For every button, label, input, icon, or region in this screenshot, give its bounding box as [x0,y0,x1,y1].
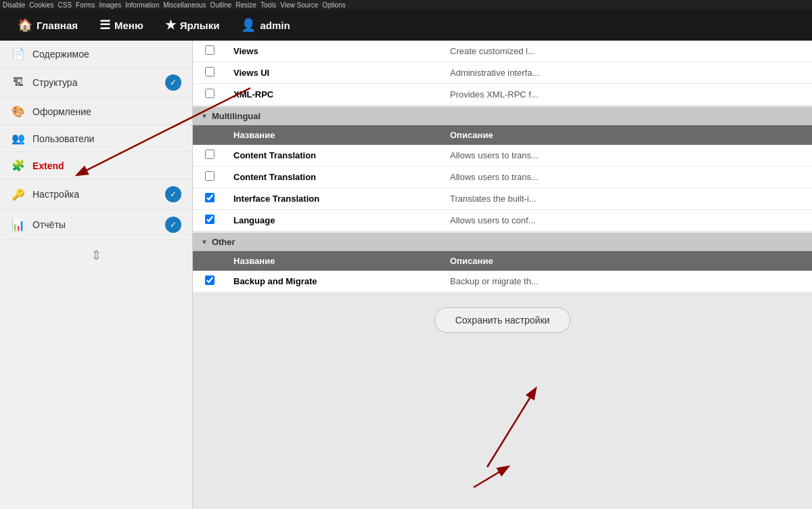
star-icon: ★ [165,18,176,32]
viewsui-desc: Administrative interfa... [443,62,812,84]
other-title: Other [212,237,235,247]
top-toolbar: Disable Cookies CSS Forms Images Informa… [0,0,812,9]
sidebar-label-extend: Extend [32,160,181,171]
contenttrans2-checkbox-cell [193,167,227,188]
contenttrans1-checkbox[interactable] [205,150,215,159]
interfacetrans-desc: Translates the built-i... [443,188,812,210]
interfacetrans-checkbox[interactable] [205,193,215,202]
nav-shortcuts-label: Ярлыки [180,20,220,31]
multilingual-header[interactable]: ▼ Multilingual [193,107,812,125]
table-row: Views Create customized l... [193,41,812,62]
table-row: Backup and Migrate Backup or migrate th.… [193,271,812,292]
structure-chevron: ✓ [165,74,181,91]
nav-home[interactable]: 🏠 Главная [7,9,89,41]
toolbar-images[interactable]: Images [99,1,121,9]
contenttrans1-checkbox-cell [193,145,227,167]
xmlrpc-name: XML-RPC [227,84,443,106]
toolbar-viewsource[interactable]: View Source [280,1,318,9]
multilingual-arrow: ▼ [201,112,208,120]
multilingual-col-desc: Описание [443,125,812,145]
nav-shortcuts[interactable]: ★ Ярлыки [154,9,231,41]
table-row: Interface Translation Translates the bui… [193,188,812,210]
sidebar-item-users[interactable]: 👥 Пользователи [0,125,192,152]
other-col-check [193,251,227,271]
sidebar-label-content: Содержимое [32,49,181,60]
views-checkbox-cell [193,41,227,62]
contenttrans2-checkbox[interactable] [205,171,215,181]
other-header[interactable]: ▼ Other [193,233,812,251]
xmlrpc-checkbox[interactable] [205,89,215,98]
nav-admin-label: admin [260,20,290,31]
backup-checkbox[interactable] [205,275,215,285]
backup-desc: Backup or migrate th... [443,271,812,292]
multilingual-section: ▼ Multilingual Название Описание [193,107,812,231]
viewsui-checkbox[interactable] [205,67,215,76]
backup-name: Backup and Migrate [227,271,443,292]
nav-menu-label: Меню [114,20,143,31]
reports-icon: 📊 [11,219,26,231]
table-row: XML-RPC Provides XML-RPC f... [193,84,812,106]
settings-icon: 🔑 [11,188,26,201]
viewsui-checkbox-cell [193,62,227,84]
backup-checkbox-cell [193,271,227,292]
nav-menu[interactable]: ☰ Меню [89,9,154,41]
toolbar-tools[interactable]: Tools [261,1,276,9]
save-button[interactable]: Сохранить настройки [434,307,571,333]
toolbar-options[interactable]: Options [322,1,345,9]
sidebar-item-structure[interactable]: 🏗 Структура ✓ [0,68,192,98]
home-icon: 🏠 [18,18,32,32]
language-checkbox[interactable] [205,215,215,224]
toolbar-forms[interactable]: Forms [76,1,95,9]
multilingual-title: Multilingual [212,111,261,121]
pin-icon: ⇕ [91,247,102,263]
multilingual-col-check [193,125,227,145]
contenttrans1-name: Content Translation [227,145,443,167]
sidebar-label-settings: Настройка [32,189,158,200]
contenttrans2-desc: Allows users to trans... [443,167,812,188]
sidebar-item-reports[interactable]: 📊 Отчёты ✓ [0,210,192,240]
user-icon: 👤 [241,18,256,32]
interfacetrans-checkbox-cell [193,188,227,210]
table-row: Content Translation Allows users to tran… [193,167,812,188]
language-name: Language [227,210,443,231]
upper-section: Views Create customized l... Views UI Ad… [193,41,812,106]
sidebar-bottom: ⇕ [0,240,192,270]
other-col-name: Название [227,251,443,271]
toolbar-css[interactable]: CSS [58,1,72,9]
sidebar-item-appearance[interactable]: 🎨 Оформление [0,98,192,125]
toolbar-outline[interactable]: Outline [210,1,232,9]
xmlrpc-desc: Provides XML-RPC f... [443,84,812,106]
content-icon: 📄 [11,47,26,60]
toolbar-disable[interactable]: Disable [3,1,25,9]
settings-chevron: ✓ [165,186,181,202]
views-checkbox[interactable] [205,45,215,55]
other-col-desc: Описание [443,251,812,271]
language-desc: Allows users to conf... [443,210,812,231]
language-checkbox-cell [193,210,227,231]
views-desc: Create customized l... [443,41,812,62]
table-row: Content Translation Allows users to tran… [193,145,812,167]
other-table: Название Описание Backup and Migrate Bac… [193,251,812,292]
menu-icon: ☰ [99,18,110,32]
save-area: Сохранить настройки [193,294,812,347]
interfacetrans-name: Interface Translation [227,188,443,210]
xmlrpc-checkbox-cell [193,84,227,106]
viewsui-name: Views UI [227,62,443,84]
toolbar-resize[interactable]: Resize [235,1,256,9]
toolbar-cookies[interactable]: Cookies [29,1,53,9]
other-section: ▼ Other Название Описание Ba [193,233,812,292]
sidebar-item-content[interactable]: 📄 Содержимое [0,41,192,68]
content-area: Views Create customized l... Views UI Ad… [193,41,812,509]
sidebar-item-settings[interactable]: 🔑 Настройка ✓ [0,179,192,210]
users-icon: 👥 [11,132,26,145]
nav-admin[interactable]: 👤 admin [230,9,300,41]
navbar: 🏠 Главная ☰ Меню ★ Ярлыки 👤 admin [0,9,812,41]
toolbar-misc[interactable]: Miscellaneous [163,1,206,9]
reports-chevron: ✓ [165,217,181,233]
toolbar-information[interactable]: Information [125,1,159,9]
sidebar-label-reports: Отчёты [32,219,158,230]
views-name: Views [227,41,443,62]
multilingual-table: Название Описание Content Translation Al… [193,125,812,231]
sidebar: 📄 Содержимое 🏗 Структура ✓ 🎨 Оформление … [0,41,193,509]
sidebar-item-extend[interactable]: 🧩 Extend [0,152,192,179]
